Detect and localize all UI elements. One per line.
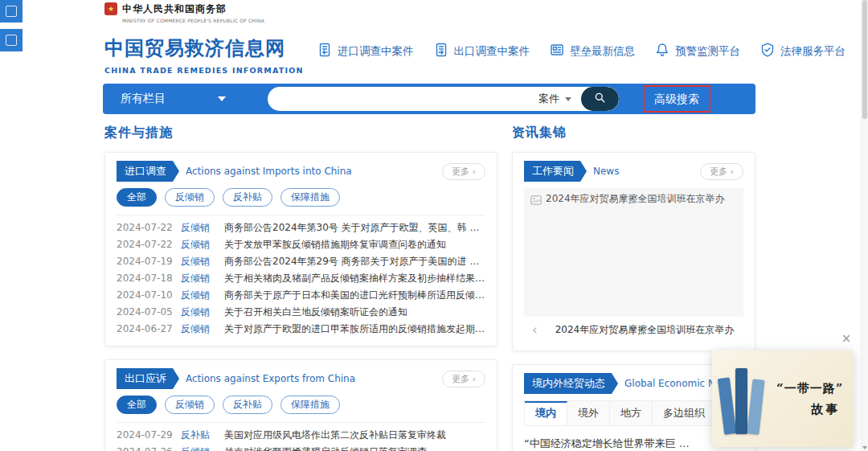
news-carousel-image[interactable]: 2024年应对贸易摩擦全国培训班在京举办: [524, 188, 743, 317]
case-title-link[interactable]: 越南对涉华聚丙烯薄膜启动反倾销日落复审调查: [224, 444, 485, 451]
filter-antidumping[interactable]: 反倾销: [165, 396, 215, 414]
case-list-item: 2024-07-26 反倾销 越南对涉华聚丙烯薄膜启动反倾销日落复审调查: [117, 444, 485, 451]
popup-close-icon[interactable]: ×: [839, 331, 854, 346]
case-title-link[interactable]: 商务部公告2024年第30号 关于对原产于欧盟、英国、韩 …: [224, 219, 485, 236]
case-tag[interactable]: 反倾销: [181, 321, 216, 338]
side-widget-button-2[interactable]: [0, 29, 23, 51]
nav-label: 预警监测平台: [675, 44, 740, 59]
search-button[interactable]: [581, 87, 619, 111]
widget-icon: [6, 6, 17, 17]
widget-icon: [6, 35, 17, 46]
book-spine: [718, 377, 736, 434]
section-title-cases: 案件与措施: [104, 125, 497, 141]
search-field: 案件: [268, 87, 619, 111]
filter-safeguard[interactable]: 保障措施: [280, 188, 340, 207]
case-date: 2024-06-27: [117, 321, 173, 338]
case-tag[interactable]: 反倾销: [181, 219, 216, 236]
economy-tabs: 境内 境外 地方 多边组织 双边: [524, 400, 743, 426]
case-title-link[interactable]: 美国对应用级风电塔作出第二次反补贴日落复审终裁: [224, 427, 485, 444]
card-badge: 出口应诉: [117, 368, 179, 389]
ministry-logo-block[interactable]: ★ 中华人民共和国商务部 MINISTRY OF COMMERCE PEOPLE…: [104, 2, 264, 23]
section-title-news: 资讯集锦: [512, 125, 755, 141]
filter-countervailing[interactable]: 反补贴: [223, 396, 272, 414]
more-button[interactable]: 更多 ›: [442, 163, 485, 180]
popup-title-line2: 故事: [776, 402, 843, 417]
case-title-link[interactable]: 商务部公告2024年第29号 商务部关于对原产于美国的进 …: [224, 253, 485, 270]
broken-image-icon: [530, 193, 542, 208]
case-title-link[interactable]: 关于对原产于欧盟的进口甲苯胺所适用的反倾销措施发起期终复 …: [224, 321, 485, 338]
case-title-link[interactable]: 关于召开相关白兰地反倾销案听证会的通知: [224, 304, 485, 321]
nav-label: 出口调查中案件: [454, 44, 530, 59]
tab-multilateral[interactable]: 多边组织: [653, 401, 716, 425]
case-tag[interactable]: 反倾销: [181, 304, 216, 321]
carousel-caption[interactable]: 2024年应对贸易摩擦全国培训班在京举办: [546, 323, 743, 337]
more-button[interactable]: 更多 ›: [442, 371, 485, 387]
scope-label: 案件: [538, 92, 559, 106]
filter-antidumping[interactable]: 反倾销: [165, 188, 215, 207]
category-dropdown[interactable]: 所有栏目: [103, 92, 268, 106]
card-subtitle: Actions against Imports into China: [186, 166, 436, 177]
card-header: 境内外经贸动态 Global Economic News: [524, 373, 743, 394]
books-illustration: [720, 362, 773, 436]
scope-dropdown[interactable]: 案件: [534, 92, 581, 106]
side-widget-button-1[interactable]: [0, 0, 23, 23]
news-card: 工作要闻 News 更多 › 2024年应对贸易摩擦全国培训班在京举办 ‹ 20…: [512, 152, 755, 351]
tab-domestic[interactable]: 境内: [525, 401, 567, 425]
case-tag[interactable]: 反倾销: [181, 444, 216, 451]
ministry-name-en: MINISTRY OF COMMERCE PEOPLE'S REPUBLIC O…: [122, 18, 264, 23]
more-button[interactable]: 更多 ›: [700, 163, 743, 180]
case-list-item: 2024-06-27 反倾销 关于对原产于欧盟的进口甲苯胺所适用的反倾销措施发起…: [117, 321, 485, 338]
import-case-icon: [317, 42, 333, 60]
advanced-search-link[interactable]: 高级搜索: [654, 92, 699, 105]
case-tag[interactable]: 反倾销: [181, 253, 216, 270]
case-title-link[interactable]: 商务部关于原产于日本和美国的进口光纤预制棒所适用反倾销措 …: [224, 287, 485, 304]
chevron-down-icon: [218, 96, 226, 101]
card-badge: 境内外经贸动态: [524, 373, 618, 394]
nav-alert-platform[interactable]: 预警监测平台: [654, 42, 740, 60]
economy-news-link[interactable]: “中国经济稳定增长给世界带来巨 …: [524, 433, 743, 451]
filter-all[interactable]: 全部: [117, 396, 157, 414]
filter-countervailing[interactable]: 反补贴: [223, 188, 272, 207]
case-tag[interactable]: 反倾销: [181, 287, 216, 304]
filter-all[interactable]: 全部: [117, 188, 157, 207]
scrollbar-down-button[interactable]: [862, 446, 868, 449]
import-investigations-card: 进口调查 Actions against Imports into China …: [104, 152, 497, 346]
nav-legal-platform[interactable]: 法律服务平台: [760, 42, 845, 60]
filter-safeguard[interactable]: 保障措施: [280, 396, 340, 414]
card-header: 进口调查 Actions against Imports into China …: [117, 161, 485, 182]
carousel-caption-bar: ‹ 2024年应对贸易摩擦全国培训班在京举办: [524, 317, 743, 342]
case-list-item: 2024-07-10 反倾销 商务部关于原产于日本和美国的进口光纤预制棒所适用反…: [117, 287, 485, 304]
case-title-link[interactable]: 关于发放甲苯胺反倾销措施期终复审调查问卷的通知: [224, 236, 485, 253]
filter-row: 全部 反倾销 反补贴 保障措施: [117, 188, 485, 207]
case-list-item: 2024-07-18 反倾销 关于相关猪肉及猪副产品反倾销案抽样方案及初步抽样结…: [117, 270, 485, 287]
carousel-prev-icon[interactable]: ‹: [524, 323, 546, 337]
case-list-item: 2024-07-19 反倾销 商务部公告2024年第29号 商务部关于对原产于美…: [117, 253, 485, 270]
barrier-news-icon: [549, 42, 565, 60]
case-date: 2024-07-10: [117, 287, 173, 304]
chevron-down-icon: [862, 446, 867, 449]
tab-overseas[interactable]: 境外: [567, 401, 610, 425]
scrollbar-track[interactable]: [861, 0, 868, 451]
case-tag[interactable]: 反补贴: [181, 427, 216, 444]
cases-column: 案件与措施 进口调查 Actions against Imports into …: [104, 125, 497, 451]
case-tag[interactable]: 反倾销: [181, 236, 216, 253]
belt-road-popup[interactable]: “一带一路” 故事: [712, 351, 854, 447]
card-header: 出口应诉 Actions against Exports from China …: [117, 368, 485, 389]
search-input[interactable]: [268, 87, 534, 111]
export-responses-card: 出口应诉 Actions against Exports from China …: [104, 359, 497, 451]
site-logo[interactable]: 中国贸易救济信息网 CHINA TRADE REMEDIES INFORMATI…: [104, 35, 304, 75]
top-navigation: 进口调查中案件 出口调查中案件 壁垒最新信息 预警监测平台 法律服务平台: [317, 42, 845, 60]
alert-bell-icon: [654, 42, 670, 60]
case-date: 2024-07-29: [117, 427, 173, 444]
nav-barrier-news[interactable]: 壁垒最新信息: [549, 42, 635, 60]
card-header: 工作要闻 News 更多 ›: [524, 161, 743, 182]
case-tag[interactable]: 反倾销: [181, 270, 216, 287]
tab-local[interactable]: 地方: [610, 401, 653, 425]
category-label: 所有栏目: [121, 92, 166, 106]
legal-shield-icon: [760, 42, 776, 60]
case-title-link[interactable]: 关于相关猪肉及猪副产品反倾销案抽样方案及初步抽样结果的通 …: [224, 270, 485, 287]
nav-import-cases[interactable]: 进口调查中案件: [317, 42, 414, 60]
scrollbar-thumb[interactable]: [862, 0, 867, 119]
nav-export-cases[interactable]: 出口调查中案件: [433, 42, 530, 60]
popup-title[interactable]: “一带一路” 故事: [776, 381, 843, 417]
